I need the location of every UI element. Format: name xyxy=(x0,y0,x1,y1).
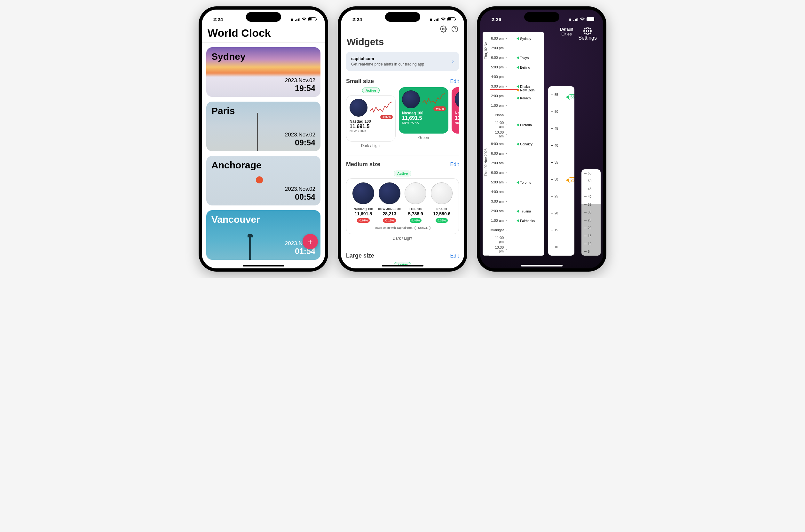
marker-triangle-icon xyxy=(516,219,519,222)
section-title: Large size xyxy=(346,252,374,259)
city-marker[interactable]: Karachi xyxy=(516,96,532,100)
city-card-anchorage[interactable]: Anchorage2023.Nov.0200:54 xyxy=(206,156,321,206)
city-marker[interactable]: Sydney xyxy=(516,37,531,41)
clock-icon xyxy=(350,99,367,117)
home-indicator[interactable] xyxy=(521,265,563,266)
hour-label: 3:00 am xyxy=(490,200,506,203)
hour-row: 6:00 am xyxy=(490,168,544,177)
index-city: NEW YORK xyxy=(402,121,445,124)
city-marker[interactable]: Tokyo xyxy=(516,56,529,60)
index-value: 11,691.5 xyxy=(350,124,392,129)
ruler-scale: 55504540353025201510 xyxy=(551,86,558,255)
ruler-large[interactable]: 55504540353025201510 56 26 xyxy=(548,86,574,255)
stat-item: DAX 3012,580.60.38% xyxy=(428,207,455,223)
edit-button[interactable]: Edit xyxy=(450,79,459,84)
hour-row: Midnight xyxy=(490,225,544,235)
city-time: 19:54 xyxy=(285,84,315,93)
city-date: 2023.Nov.02 xyxy=(285,186,315,192)
spark-chart xyxy=(370,100,392,116)
hour-label: 4:00 am xyxy=(490,190,506,194)
city-marker[interactable]: Beijing xyxy=(516,65,530,69)
city-list[interactable]: Sydney2023.Nov.0219:54Paris2023.Nov.0209… xyxy=(202,43,325,266)
install-button[interactable]: INSTALL xyxy=(415,226,431,230)
ruler-tick: 25 xyxy=(551,195,558,198)
hour-label: 11:00 pm xyxy=(490,236,506,244)
stat-item: DOW JONES 3028,213-0.13% xyxy=(377,207,403,223)
hour-label: 8:00 pm xyxy=(490,36,506,40)
small-widget-pink[interactable]: Nasdaq11,691NEW Y xyxy=(452,87,459,134)
status-time: 2:26 xyxy=(489,17,501,22)
marker-city: Pretoria xyxy=(520,123,532,127)
banner-capitalcom[interactable]: capital·com Get real-time price alerts i… xyxy=(346,52,459,71)
ruler-tick: 30 xyxy=(551,178,558,181)
hour-label: Midnight xyxy=(490,228,506,232)
city-card-sydney[interactable]: Sydney2023.Nov.0219:54 xyxy=(206,47,321,97)
city-time: 00:54 xyxy=(285,192,315,202)
marker-triangle-icon xyxy=(516,210,519,213)
battery-icon xyxy=(308,17,316,21)
ruler-small[interactable]: 555045403530252015105 xyxy=(582,169,601,255)
edit-button[interactable]: Edit xyxy=(450,253,459,259)
screen: 2:24 Widgets capital·com Get real-time p… xyxy=(341,10,464,268)
add-city-button[interactable]: + xyxy=(303,234,318,249)
hour-label: 2:00 pm xyxy=(490,94,506,98)
city-marker[interactable]: Fairbanks xyxy=(516,219,535,223)
edit-button[interactable]: Edit xyxy=(450,162,459,167)
banner-subtitle: Get real-time price alerts in our tradin… xyxy=(351,62,452,66)
marker-triangle-icon xyxy=(516,181,519,184)
hour-row: 4:00 am xyxy=(490,187,544,196)
city-marker[interactable]: Pretoria xyxy=(516,123,532,127)
index-name: Nasdaq 100 xyxy=(350,119,392,124)
marker-city: Beijing xyxy=(520,65,530,69)
ruler-tick: 15 xyxy=(584,234,591,238)
ruler-tick: 20 xyxy=(584,226,591,230)
notch xyxy=(524,12,560,22)
section-small-header: Small size Edit xyxy=(346,78,459,85)
medium-clock xyxy=(431,183,453,204)
city-marker[interactable]: Tijuana xyxy=(516,209,531,213)
city-marker[interactable]: Conakry xyxy=(516,142,532,146)
stat-name: NASDAQ 100 xyxy=(350,207,377,211)
small-widgets-row[interactable]: Active-0.07%Nasdaq 10011,691.5NEW YORKDa… xyxy=(346,87,459,148)
small-widget-green[interactable]: -0.07%Nasdaq 10011,691.5NEW YORK xyxy=(399,87,449,134)
day-label-main: Thu, 02 Nov 2023 xyxy=(482,69,489,255)
marker-triangle-icon xyxy=(516,124,519,127)
header-actions xyxy=(341,25,464,36)
notch xyxy=(385,12,420,22)
gear-icon[interactable] xyxy=(440,25,447,34)
medium-stats-row: NASDAQ 10011,691.5-0.07%DOW JONES 3028,2… xyxy=(350,207,455,223)
home-indicator[interactable] xyxy=(382,265,423,266)
active-badge: Active xyxy=(362,88,380,93)
widgets-content[interactable]: capital·com Get real-time price alerts i… xyxy=(341,52,464,266)
hour-row: Noon xyxy=(490,110,544,120)
city-marker[interactable]: Toronto xyxy=(516,180,531,184)
marker-city: Sydney xyxy=(520,37,531,41)
hour-label: 8:00 am xyxy=(490,151,506,155)
timeline-panel[interactable]: Thu, 02 Nov 2023 Thu, 02 No 8:00 pm7:00 … xyxy=(482,32,544,255)
small-widget-light[interactable]: -0.07%Nasdaq 10011,691.5NEW YORK xyxy=(346,95,396,141)
home-indicator[interactable] xyxy=(243,265,284,266)
stat-name: DAX 30 xyxy=(428,207,455,211)
stat-pct: -0.13% xyxy=(383,218,396,223)
city-marker[interactable]: New Delhi xyxy=(516,88,535,92)
medium-widget-card[interactable]: NASDAQ 10011,691.5-0.07%DOW JONES 3028,2… xyxy=(346,178,459,234)
marker-city: Toronto xyxy=(520,180,531,184)
page-title: Widgets xyxy=(341,36,464,52)
ruler-tick: 50 xyxy=(551,110,558,113)
city-name: Sydney xyxy=(212,51,315,62)
hour-label: 4:00 pm xyxy=(490,75,506,79)
hour-label: 10:00 pm xyxy=(490,245,506,253)
city-card-paris[interactable]: Paris2023.Nov.0209:54 xyxy=(206,101,321,151)
stat-name: DOW JONES 30 xyxy=(377,207,403,211)
marker-triangle-icon xyxy=(516,96,519,100)
svg-point-0 xyxy=(442,28,444,30)
hour-label: 6:00 pm xyxy=(490,56,506,59)
ruler-tick: 10 xyxy=(551,245,558,249)
medium-caption: Dark / Light xyxy=(346,236,459,241)
help-icon[interactable] xyxy=(451,25,458,34)
clock-icon xyxy=(402,91,420,108)
city-card-vancouver[interactable]: Vancouver2023.Nov.0201:54 xyxy=(206,210,321,260)
ruler-scale: 555045403530252015105 xyxy=(584,169,591,255)
stat-value: 12,580.6 xyxy=(428,211,455,216)
pct-badge: -0.07% xyxy=(380,115,393,119)
